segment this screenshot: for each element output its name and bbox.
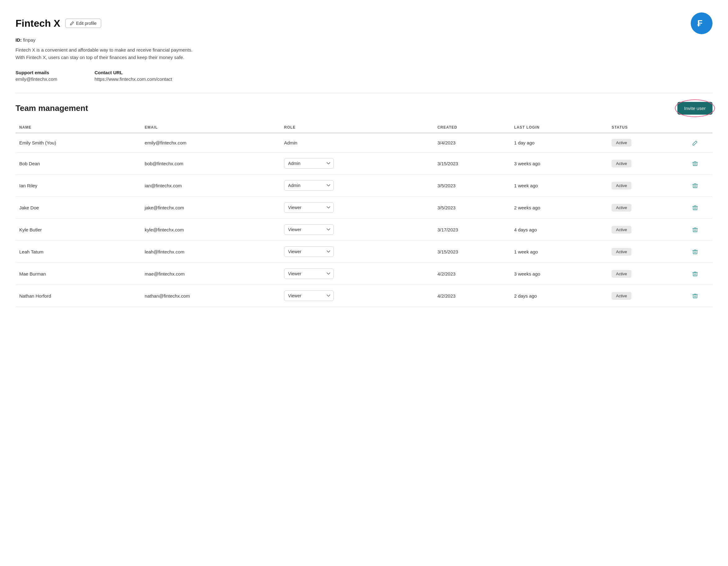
team-management-header: Team management Invite user (16, 102, 712, 115)
member-status: Active (608, 219, 678, 241)
delete-member-icon[interactable] (681, 183, 709, 188)
col-header-role: ROLE (280, 122, 434, 133)
member-role: Admin (280, 133, 434, 152)
table-header: NAME EMAIL ROLE CREATED LAST LOGIN STATU… (16, 122, 712, 133)
member-role[interactable]: AdminViewer (280, 197, 434, 219)
svg-rect-5 (693, 250, 697, 254)
member-last-login: 1 week ago (510, 241, 608, 263)
delete-member-icon[interactable] (681, 271, 709, 276)
member-created: 3/15/2023 (434, 152, 510, 174)
member-created: 4/2/2023 (434, 263, 510, 285)
support-emails-value: emily@fintechx.com (16, 76, 57, 82)
member-role[interactable]: AdminViewer (280, 285, 434, 307)
member-role[interactable]: AdminViewer (280, 219, 434, 241)
support-emails-group: Support emails emily@fintechx.com (16, 70, 57, 82)
member-last-login: 2 days ago (510, 285, 608, 307)
member-email: bob@fintechx.com (141, 152, 280, 174)
member-created: 3/5/2023 (434, 197, 510, 219)
role-select[interactable]: AdminViewer (284, 291, 334, 301)
role-select[interactable]: AdminViewer (284, 180, 334, 191)
delete-member-icon[interactable] (681, 249, 709, 254)
member-action[interactable] (678, 219, 712, 241)
member-name: Kyle Butler (16, 219, 141, 241)
member-email: ian@fintechx.com (141, 174, 280, 197)
support-emails-label: Support emails (16, 70, 57, 75)
member-last-login: 3 weeks ago (510, 263, 608, 285)
member-action[interactable] (678, 133, 712, 152)
member-action[interactable] (678, 174, 712, 197)
table-row: Kyle Butlerkyle@fintechx.comAdminViewer3… (16, 219, 712, 241)
svg-rect-7 (693, 295, 697, 298)
role-select[interactable]: AdminViewer (284, 202, 334, 213)
contact-row: Support emails emily@fintechx.com Contac… (16, 70, 712, 82)
col-header-action (678, 122, 712, 133)
member-email: kyle@fintechx.com (141, 219, 280, 241)
app-description: Fintech X is a convenient and affordable… (16, 46, 196, 61)
status-badge: Active (612, 292, 631, 300)
member-name: Emily Smith (You) (16, 133, 141, 152)
member-action[interactable] (678, 152, 712, 174)
member-name: Mae Burman (16, 263, 141, 285)
svg-rect-2 (693, 184, 697, 188)
status-badge: Active (612, 226, 631, 233)
delete-member-icon[interactable] (681, 293, 709, 299)
member-status: Active (608, 241, 678, 263)
member-last-login: 2 weeks ago (510, 197, 608, 219)
member-role[interactable]: AdminViewer (280, 241, 434, 263)
table-row: Emily Smith (You)emily@fintechx.comAdmin… (16, 133, 712, 152)
contact-url-group: Contact URL https://www.fintechx.com.com… (94, 70, 172, 82)
member-action[interactable] (678, 241, 712, 263)
member-status: Active (608, 263, 678, 285)
svg-rect-3 (693, 206, 697, 210)
table-header-row: NAME EMAIL ROLE CREATED LAST LOGIN STATU… (16, 122, 712, 133)
member-email: leah@fintechx.com (141, 241, 280, 263)
member-role[interactable]: AdminViewer (280, 152, 434, 174)
role-select[interactable]: AdminViewer (284, 268, 334, 279)
member-created: 3/4/2023 (434, 133, 510, 152)
role-select[interactable]: AdminViewer (284, 158, 334, 169)
logo-icon: ₣ (695, 17, 708, 29)
header-left: Fintech X Edit profile (16, 18, 101, 29)
svg-rect-6 (693, 272, 697, 276)
status-badge: Active (612, 160, 631, 167)
app-id: ID: finpay (16, 37, 712, 43)
col-header-created: CREATED (434, 122, 510, 133)
member-last-login: 1 week ago (510, 174, 608, 197)
member-role[interactable]: AdminViewer (280, 174, 434, 197)
member-email: jake@fintechx.com (141, 197, 280, 219)
section-divider (16, 93, 712, 93)
member-status: Active (608, 152, 678, 174)
member-status: Active (608, 133, 678, 152)
member-name: Jake Doe (16, 197, 141, 219)
contact-url-value: https://www.fintechx.com.com/contact (94, 76, 172, 82)
member-last-login: 1 day ago (510, 133, 608, 152)
edit-member-icon[interactable] (681, 140, 709, 146)
member-created: 3/17/2023 (434, 219, 510, 241)
member-created: 3/5/2023 (434, 174, 510, 197)
member-email: emily@fintechx.com (141, 133, 280, 152)
delete-member-icon[interactable] (681, 227, 709, 232)
edit-profile-button[interactable]: Edit profile (65, 19, 101, 28)
role-select[interactable]: AdminViewer (284, 246, 334, 257)
delete-member-icon[interactable] (681, 205, 709, 210)
team-table: NAME EMAIL ROLE CREATED LAST LOGIN STATU… (16, 122, 712, 307)
status-badge: Active (612, 270, 631, 278)
status-badge: Active (612, 204, 631, 211)
member-action[interactable] (678, 285, 712, 307)
member-status: Active (608, 174, 678, 197)
member-role[interactable]: AdminViewer (280, 263, 434, 285)
member-name: Ian Riley (16, 174, 141, 197)
table-row: Ian Rileyian@fintechx.comAdminViewer3/5/… (16, 174, 712, 197)
delete-member-icon[interactable] (681, 161, 709, 166)
table-row: Nathan Horfordnathan@fintechx.comAdminVi… (16, 285, 712, 307)
member-name: Nathan Horford (16, 285, 141, 307)
team-title: Team management (16, 103, 88, 113)
col-header-email: EMAIL (141, 122, 280, 133)
member-last-login: 4 days ago (510, 219, 608, 241)
edit-icon (70, 21, 74, 25)
member-created: 3/15/2023 (434, 241, 510, 263)
member-action[interactable] (678, 197, 712, 219)
role-select[interactable]: AdminViewer (284, 224, 334, 235)
member-action[interactable] (678, 263, 712, 285)
invite-user-button[interactable]: Invite user (677, 102, 712, 115)
